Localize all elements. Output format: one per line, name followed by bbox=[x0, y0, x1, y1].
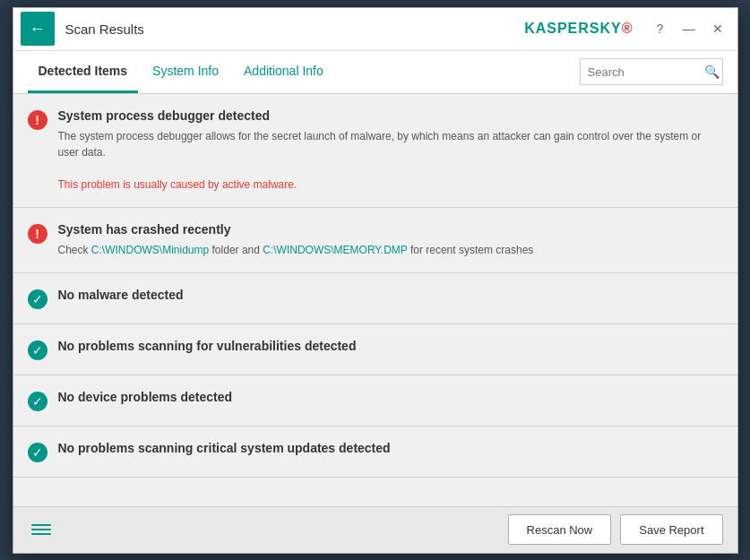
list-item: ✓ No problems scanning critical system u… bbox=[13, 426, 737, 478]
item-title: No problems scanning critical system upd… bbox=[58, 441, 723, 455]
window-title: Scan Results bbox=[65, 22, 525, 37]
list-item: ✓ No problems scanning for vulnerabiliti… bbox=[13, 324, 737, 375]
titlebar: ← Scan Results KASPERSKY® ? — ✕ bbox=[13, 8, 737, 51]
rescan-button[interactable]: Rescan Now bbox=[508, 514, 612, 545]
item-description: The system process debugger allows for t… bbox=[58, 128, 723, 193]
error-icon: ! bbox=[28, 110, 47, 130]
tab-additional-info[interactable]: Additional Info bbox=[233, 51, 334, 93]
tab-detected-items[interactable]: Detected Items bbox=[28, 51, 139, 93]
item-title: System has crashed recently bbox=[58, 222, 723, 237]
item-title: No problems scanning for vulnerabilities… bbox=[58, 339, 723, 353]
logo-accent: ® bbox=[622, 21, 634, 36]
menu-icon bbox=[31, 533, 51, 535]
back-button[interactable]: ← bbox=[21, 12, 55, 46]
list-item: ! System process debugger detected The s… bbox=[13, 94, 737, 208]
close-button[interactable]: ✕ bbox=[705, 16, 730, 41]
ok-icon: ✓ bbox=[28, 392, 47, 411]
search-box: 🔍 bbox=[580, 58, 723, 85]
list-item: ✓ No device problems detected bbox=[13, 375, 737, 426]
save-report-button[interactable]: Save Report bbox=[620, 514, 722, 545]
minimize-button[interactable]: — bbox=[677, 16, 702, 41]
footer: Rescan Now Save Report bbox=[13, 506, 737, 553]
list-item: ! System has crashed recently Check C:\W… bbox=[13, 208, 737, 273]
menu-button[interactable] bbox=[28, 521, 55, 538]
item-title: No malware detected bbox=[58, 288, 723, 302]
item-description: Check C:\WINDOWS\Minidump folder and C:\… bbox=[58, 242, 723, 258]
menu-icon bbox=[31, 524, 51, 526]
memorydmp-link[interactable]: C:\WINDOWS\MEMORY.DMP bbox=[263, 244, 407, 256]
item-title: No device problems detected bbox=[58, 390, 723, 404]
tab-system-info[interactable]: System Info bbox=[142, 51, 229, 93]
content-area: ! System process debugger detected The s… bbox=[13, 94, 737, 506]
menu-icon bbox=[31, 529, 51, 530]
kaspersky-logo: KASPERSKY® bbox=[524, 21, 633, 37]
error-icon: ! bbox=[28, 224, 47, 244]
help-button[interactable]: ? bbox=[648, 16, 673, 41]
footer-buttons: Rescan Now Save Report bbox=[508, 514, 723, 545]
minidump-link[interactable]: C:\WINDOWS\Minidump bbox=[91, 244, 209, 256]
list-item: ✓ No malware detected bbox=[13, 273, 737, 324]
ok-icon: ✓ bbox=[28, 340, 47, 360]
main-window: ← Scan Results KASPERSKY® ? — ✕ Detected… bbox=[13, 7, 738, 554]
item-title: System process debugger detected bbox=[58, 108, 723, 123]
ok-icon: ✓ bbox=[28, 443, 47, 462]
ok-icon: ✓ bbox=[28, 289, 47, 309]
tabs-bar: Detected Items System Info Additional In… bbox=[13, 51, 737, 94]
search-icon-button[interactable]: 🔍 bbox=[704, 65, 720, 79]
back-arrow-icon: ← bbox=[30, 21, 46, 37]
search-input[interactable] bbox=[588, 65, 704, 79]
titlebar-controls: ? — ✕ bbox=[648, 16, 730, 41]
